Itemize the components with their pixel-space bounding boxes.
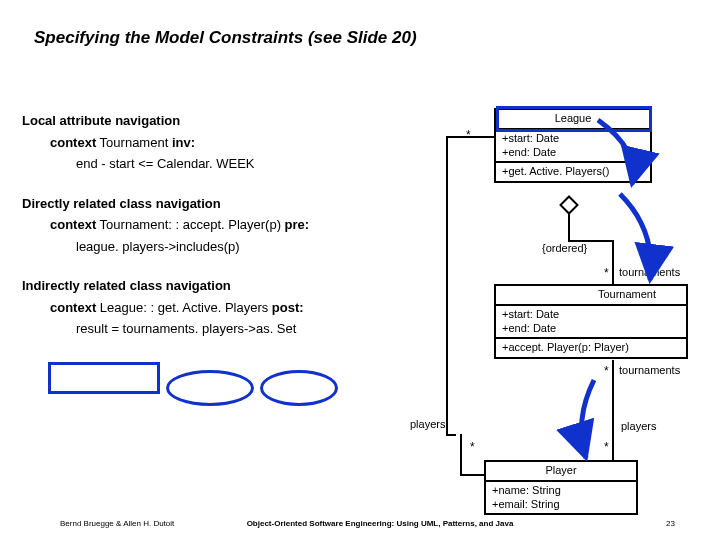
assoc-line bbox=[612, 360, 614, 460]
role-tournaments: tournaments bbox=[619, 266, 680, 278]
ocl-line: context Tournament inv: bbox=[22, 134, 417, 152]
uml-class-attrs: +start: Date +end: Date bbox=[496, 304, 686, 338]
multiplicity-star: * bbox=[470, 440, 475, 454]
context-body: Tournament: : accept. Player(p) bbox=[96, 217, 284, 232]
highlight-oval bbox=[260, 370, 338, 406]
heading-indirect-nav: Indirectly related class navigation bbox=[22, 277, 417, 295]
slide-title: Specifying the Model Constraints (see Sl… bbox=[34, 28, 417, 48]
heading-local-nav: Local attribute navigation bbox=[22, 112, 417, 130]
assoc-line bbox=[446, 136, 494, 138]
constraint-text: Local attribute navigation context Tourn… bbox=[22, 112, 417, 342]
uml-class-ops: +accept. Player(p: Player) bbox=[496, 337, 686, 357]
ocl-body: end - start <= Calendar. WEEK bbox=[22, 155, 417, 173]
assoc-line bbox=[446, 434, 456, 436]
ocl-body: league. players->includes(p) bbox=[22, 238, 417, 256]
multiplicity-star: * bbox=[604, 440, 609, 454]
assoc-line bbox=[460, 434, 462, 474]
highlight-rect bbox=[496, 106, 652, 132]
heading-direct-nav: Directly related class navigation bbox=[22, 195, 417, 213]
context-kw: context bbox=[50, 135, 96, 150]
uml-class-tournament: Tournament +start: Date +end: Date +acce… bbox=[494, 284, 688, 359]
assoc-line bbox=[568, 240, 612, 242]
pre-kw: pre: bbox=[285, 217, 310, 232]
ocl-line: context Tournament: : accept. Player(p) … bbox=[22, 216, 417, 234]
role-players: players bbox=[621, 420, 656, 432]
ocl-body: result = tournaments. players->as. Set bbox=[22, 320, 417, 338]
assoc-line bbox=[460, 474, 484, 476]
context-kw: context bbox=[50, 300, 96, 315]
multiplicity-star: * bbox=[604, 364, 609, 378]
post-kw: post: bbox=[272, 300, 304, 315]
uml-class-attrs: +start: Date +end: Date bbox=[496, 128, 650, 162]
uml-class-name: Tournament bbox=[496, 286, 686, 304]
multiplicity-star: * bbox=[604, 266, 609, 280]
context-body: League: : get. Active. Players bbox=[96, 300, 272, 315]
slide-footer: Bernd Bruegge & Allen H. Dutoit Object-O… bbox=[60, 519, 700, 528]
slide-root: Specifying the Model Constraints (see Sl… bbox=[0, 0, 720, 540]
highlight-oval bbox=[166, 370, 254, 406]
highlight-rect bbox=[48, 362, 160, 394]
uml-class-ops: +get. Active. Players() bbox=[496, 161, 650, 181]
role-tournaments: tournaments bbox=[619, 364, 680, 376]
uml-class-name: Player bbox=[486, 462, 636, 480]
inv-kw: inv: bbox=[172, 135, 195, 150]
assoc-line bbox=[612, 240, 614, 284]
footer-author: Bernd Bruegge & Allen H. Dutoit bbox=[60, 519, 174, 528]
constraint-ordered: {ordered} bbox=[542, 242, 587, 254]
uml-class-attrs: +name: String +email: String bbox=[486, 480, 636, 514]
assoc-line bbox=[446, 136, 448, 434]
ocl-line: context League: : get. Active. Players p… bbox=[22, 299, 417, 317]
role-players: players bbox=[410, 418, 445, 430]
context-kw: context bbox=[50, 217, 96, 232]
context-body: Tournament bbox=[96, 135, 172, 150]
assoc-line bbox=[568, 212, 570, 240]
uml-class-player: Player +name: String +email: String bbox=[484, 460, 638, 515]
footer-book-title: Object-Oriented Software Engineering: Us… bbox=[247, 519, 514, 528]
page-number: 23 bbox=[666, 519, 675, 528]
multiplicity-star: * bbox=[466, 128, 471, 142]
